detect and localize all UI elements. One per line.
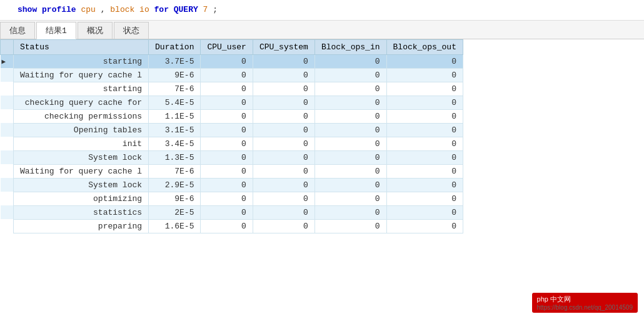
row-arrow <box>1 178 14 192</box>
duration-cell: 2.9E-5 <box>149 178 201 192</box>
duration-cell: 2E-5 <box>149 205 201 219</box>
duration-cell: 3.7E-5 <box>149 54 201 68</box>
status-cell: checking permissions <box>14 109 149 123</box>
status-cell: starting <box>14 54 149 68</box>
row-arrow <box>1 109 14 123</box>
table-row[interactable]: Waiting for query cache l7E-60000 <box>1 164 463 178</box>
row-arrow <box>1 82 14 96</box>
cpu-system-cell: 0 <box>253 123 314 137</box>
cpu-system-cell: 0 <box>253 82 314 96</box>
tabs-bar: 信息 结果1 概况 状态 <box>0 21 644 39</box>
cpu-system-cell: 0 <box>253 164 314 178</box>
row-arrow <box>1 123 14 137</box>
block-out-cell: 0 <box>386 109 463 123</box>
cpu-system-cell: 0 <box>253 54 314 68</box>
cpu-system-cell: 0 <box>253 137 314 150</box>
cpu-system-cell: 0 <box>253 178 314 192</box>
block-in-cell: 0 <box>314 109 386 123</box>
col-cpu-user: CPU_user <box>201 39 253 54</box>
cpu-system-cell: 0 <box>253 96 314 109</box>
row-arrow <box>1 205 14 219</box>
row-arrow <box>1 192 14 205</box>
block-in-cell: 0 <box>314 178 386 192</box>
tab-overview[interactable]: 概况 <box>78 22 113 39</box>
duration-cell: 5.4E-5 <box>149 96 201 109</box>
duration-cell: 1.3E-5 <box>149 150 201 164</box>
status-cell: init <box>14 137 149 150</box>
col-status: Status <box>14 39 149 54</box>
table-row[interactable]: Waiting for query cache l9E-60000 <box>1 68 463 82</box>
status-cell: optimizing <box>14 192 149 205</box>
table-row[interactable]: System lock1.3E-50000 <box>1 150 463 164</box>
table-row[interactable]: starting7E-60000 <box>1 82 463 96</box>
table-row[interactable]: Opening tables3.1E-50000 <box>1 123 463 137</box>
block-in-cell: 0 <box>314 96 386 109</box>
status-cell: statistics <box>14 205 149 219</box>
duration-cell: 7E-6 <box>149 82 201 96</box>
block-out-cell: 0 <box>386 150 463 164</box>
duration-cell: 9E-6 <box>149 192 201 205</box>
block-out-cell: 0 <box>386 82 463 96</box>
block-out-cell: 0 <box>386 123 463 137</box>
cpu-user-cell: 0 <box>201 137 253 150</box>
block-out-cell: 0 <box>386 192 463 205</box>
cpu-system-cell: 0 <box>253 192 314 205</box>
row-arrow <box>1 96 14 109</box>
tab-info[interactable]: 信息 <box>0 22 35 39</box>
block-out-cell: 0 <box>386 96 463 109</box>
status-cell: System lock <box>14 178 149 192</box>
block-in-cell: 0 <box>314 150 386 164</box>
duration-cell: 3.1E-5 <box>149 123 201 137</box>
status-cell: Opening tables <box>14 123 149 137</box>
block-in-cell: 0 <box>314 123 386 137</box>
block-out-cell: 0 <box>386 219 463 233</box>
status-cell: System lock <box>14 150 149 164</box>
col-duration: Duration <box>149 39 201 54</box>
table-row[interactable]: init3.4E-50000 <box>1 137 463 150</box>
table-row[interactable]: checking permissions1.1E-50000 <box>1 109 463 123</box>
tab-status[interactable]: 状态 <box>114 22 149 39</box>
block-in-cell: 0 <box>314 205 386 219</box>
col-arrow <box>1 39 14 54</box>
block-in-cell: 0 <box>314 82 386 96</box>
table-row[interactable]: optimizing9E-60000 <box>1 192 463 205</box>
duration-cell: 1.1E-5 <box>149 109 201 123</box>
cpu-user-cell: 0 <box>201 164 253 178</box>
block-in-cell: 0 <box>314 164 386 178</box>
cpu-system-cell: 0 <box>253 150 314 164</box>
row-arrow <box>1 68 14 82</box>
row-arrow <box>1 219 14 233</box>
status-cell: Waiting for query cache l <box>14 68 149 82</box>
table-row[interactable]: System lock2.9E-50000 <box>1 178 463 192</box>
table-row[interactable]: statistics2E-50000 <box>1 205 463 219</box>
table-row[interactable]: ▶starting3.7E-50000 <box>1 54 463 68</box>
block-in-cell: 0 <box>314 219 386 233</box>
cpu-user-cell: 0 <box>201 150 253 164</box>
status-cell: preparing <box>14 219 149 233</box>
status-cell: starting <box>14 82 149 96</box>
block-out-cell: 0 <box>386 205 463 219</box>
cpu-system-cell: 0 <box>253 219 314 233</box>
cpu-user-cell: 0 <box>201 54 253 68</box>
duration-cell: 7E-6 <box>149 164 201 178</box>
block-out-cell: 0 <box>386 164 463 178</box>
table-row[interactable]: checking query cache for5.4E-50000 <box>1 96 463 109</box>
col-block-out: Block_ops_out <box>386 39 463 54</box>
cpu-user-cell: 0 <box>201 96 253 109</box>
code-area: show profile cpu , block io for QUERY 7 … <box>0 0 644 21</box>
cpu-user-cell: 0 <box>201 68 253 82</box>
duration-cell: 1.6E-5 <box>149 219 201 233</box>
cpu-system-cell: 0 <box>253 109 314 123</box>
code-line: show profile cpu , block io for QUERY 7 … <box>18 4 218 16</box>
tab-result1[interactable]: 结果1 <box>36 22 76 39</box>
col-block-in: Block_ops_in <box>314 39 386 54</box>
status-cell: checking query cache for <box>14 96 149 109</box>
status-cell: Waiting for query cache l <box>14 164 149 178</box>
col-cpu-system: CPU_system <box>253 39 314 54</box>
block-out-cell: 0 <box>386 68 463 82</box>
table-row[interactable]: preparing1.6E-50000 <box>1 219 463 233</box>
row-arrow <box>1 164 14 178</box>
cpu-system-cell: 0 <box>253 205 314 219</box>
block-out-cell: 0 <box>386 137 463 150</box>
cpu-user-cell: 0 <box>201 109 253 123</box>
